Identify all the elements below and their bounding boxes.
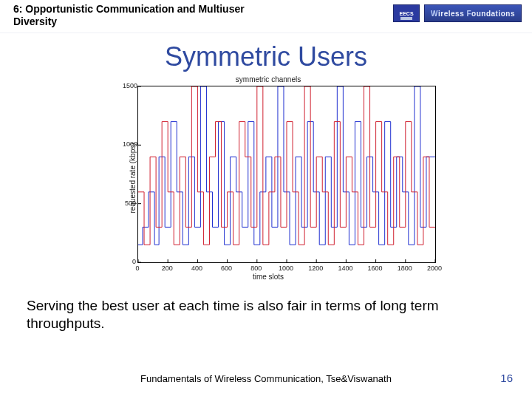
chart-xtick: 1800 — [398, 265, 412, 272]
wireless-foundations-logo: Wireless Foundations — [424, 4, 522, 22]
chapter-heading: 6: Opportunistic Communication and Multi… — [13, 3, 279, 28]
chart-xtick: 1000 — [279, 265, 293, 272]
chart-xtick: 2000 — [427, 265, 442, 272]
chart-xtick: 200 — [162, 265, 173, 272]
slide-title: Symmetric Users — [0, 41, 532, 72]
chart-ytick: 1500 — [123, 82, 136, 89]
header-divider — [0, 33, 532, 33]
logo-block: EECS Wireless Foundations — [393, 4, 522, 22]
chart-xtick: 800 — [250, 265, 262, 272]
chart-xtick: 1600 — [368, 265, 383, 272]
slide-body-text: Serving the best user at each time is al… — [27, 297, 505, 332]
page-number: 16 — [500, 372, 513, 384]
footer-citation: Fundamentals of Wireless Communication, … — [0, 373, 532, 384]
eecs-logo-icon: EECS — [393, 4, 420, 22]
chart-plot-area — [137, 86, 436, 263]
chart: symmetric channels requested rate (kbps)… — [95, 75, 442, 281]
chart-xtick: 400 — [191, 265, 202, 272]
chart-xtick: 1200 — [308, 265, 323, 272]
chart-xtick: 0 — [135, 265, 139, 272]
chart-ytick: 0 — [123, 258, 136, 265]
chart-xtick: 600 — [221, 265, 232, 272]
chart-xlabel: time slots — [95, 273, 442, 281]
chart-title: symmetric channels — [95, 75, 442, 83]
chart-ytick: 500 — [123, 200, 136, 207]
chart-xtick: 1400 — [338, 265, 352, 272]
chart-ytick: 1000 — [123, 140, 136, 148]
